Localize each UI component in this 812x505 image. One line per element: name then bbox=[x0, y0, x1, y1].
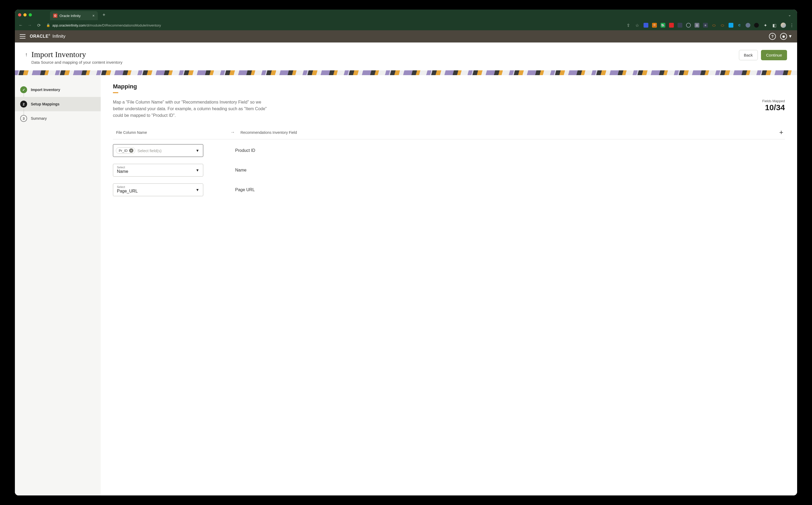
user-icon: ◉ bbox=[780, 33, 787, 40]
section-description: Map a "File Column Name" with our "Recom… bbox=[113, 99, 267, 119]
nav-back-icon[interactable]: ← bbox=[18, 23, 23, 28]
mapping-row: Pr_ID ✕ Select field(s) ▼ Product ID bbox=[113, 144, 785, 157]
nav-reload-icon[interactable]: ⟳ bbox=[36, 23, 41, 28]
extension-icon[interactable] bbox=[746, 23, 751, 28]
main-content: Mapping Map a "File Column Name" with ou… bbox=[101, 75, 797, 495]
page-body: ✓ Import Inventory 2 Setup Mappings 3 Su… bbox=[15, 75, 797, 495]
extension-icon[interactable]: 🐘 bbox=[661, 23, 665, 28]
target-field: Page URL bbox=[235, 187, 255, 192]
extension-icon[interactable]: 🍪 bbox=[652, 23, 657, 28]
select-label: Select bbox=[117, 166, 125, 169]
lock-icon: 🔒 bbox=[46, 23, 50, 27]
window-close[interactable] bbox=[18, 13, 21, 16]
extension-icon[interactable]: ⬭ bbox=[711, 23, 716, 28]
chip-label: Pr_ID bbox=[119, 149, 128, 153]
brand-product: Infinity bbox=[52, 34, 65, 39]
step-setup-mappings[interactable]: 2 Setup Mappings bbox=[15, 97, 101, 111]
tabs-overflow-button[interactable]: ⌄ bbox=[785, 11, 794, 19]
decorative-stripe bbox=[15, 70, 797, 75]
extension-icon[interactable] bbox=[728, 23, 733, 28]
step-number: 2 bbox=[20, 101, 27, 108]
step-number: 3 bbox=[20, 115, 27, 122]
step-label: Import Inventory bbox=[31, 88, 60, 92]
column-header-target: Recommendations Inventory Field bbox=[241, 130, 778, 135]
select-label: Select bbox=[117, 185, 125, 188]
selected-chip: Pr_ID ✕ bbox=[116, 147, 135, 154]
field-select[interactable]: Select Name ▼ bbox=[113, 164, 203, 177]
page-actions: Back Continue bbox=[739, 50, 787, 60]
browser-menu-icon[interactable]: ⋮ bbox=[790, 23, 794, 28]
extensions-icon[interactable]: ✦ bbox=[763, 23, 768, 28]
url-path: /di/module/DIRecommendationsModule/inven… bbox=[86, 23, 161, 27]
chevron-down-icon: ▼ bbox=[195, 168, 199, 172]
tab-title: Oracle Infinity bbox=[59, 14, 81, 18]
counter-value: 10/34 bbox=[762, 103, 785, 112]
chip-remove-icon[interactable]: ✕ bbox=[129, 148, 133, 153]
field-select[interactable]: Select Page_URL ▼ bbox=[113, 183, 203, 196]
extension-icon[interactable] bbox=[669, 23, 674, 28]
chevron-down-icon: ▼ bbox=[788, 34, 792, 39]
heading-accent bbox=[113, 92, 118, 93]
counter-label: Fields Mapped bbox=[762, 99, 785, 103]
step-label: Summary bbox=[31, 116, 47, 121]
nav-forward-icon[interactable]: → bbox=[27, 23, 32, 28]
step-summary[interactable]: 3 Summary bbox=[15, 111, 101, 126]
target-field: Name bbox=[235, 168, 247, 173]
wizard-sidebar: ✓ Import Inventory 2 Setup Mappings 3 Su… bbox=[15, 75, 101, 495]
step-label: Setup Mappings bbox=[31, 102, 59, 106]
user-menu[interactable]: ◉ ▼ bbox=[780, 33, 792, 40]
extension-icon[interactable] bbox=[686, 23, 691, 28]
window-controls bbox=[18, 13, 32, 16]
toolbar-right: ⇪ ☆ 🍪 🐘 ☰ ≡ ⬭ ⬭ C ✦ ◧ ⋮ bbox=[626, 23, 794, 28]
select-value: Page_URL bbox=[117, 189, 138, 194]
brand: ORACLE® Infinity bbox=[30, 34, 65, 39]
app-header: ORACLE® Infinity ? ◉ ▼ bbox=[15, 30, 797, 42]
page-title: Import Inventory bbox=[31, 50, 123, 59]
new-tab-button[interactable]: + bbox=[100, 12, 108, 18]
column-header-source: File Column Name bbox=[113, 130, 225, 135]
share-icon[interactable]: ⇪ bbox=[626, 23, 631, 28]
select-value: Name bbox=[117, 169, 128, 174]
back-button[interactable]: Back bbox=[739, 50, 758, 60]
browser-tabbar: O Oracle Infinity × + ⌄ bbox=[15, 10, 797, 20]
select-placeholder: Select field(s) bbox=[137, 148, 161, 153]
page-header: ↑ Import Inventory Data Source and mappi… bbox=[15, 42, 797, 70]
extension-icon[interactable]: ≡ bbox=[703, 23, 708, 28]
window-minimize[interactable] bbox=[23, 13, 27, 16]
page-back-icon[interactable]: ↑ bbox=[25, 51, 28, 58]
extension-icon[interactable] bbox=[754, 23, 759, 28]
column-headers: File Column Name → Recommendations Inven… bbox=[113, 128, 785, 139]
mapping-rows: Pr_ID ✕ Select field(s) ▼ Product ID Sel… bbox=[113, 144, 785, 196]
brand-oracle: ORACLE® bbox=[30, 34, 50, 39]
field-select-multi[interactable]: Pr_ID ✕ Select field(s) ▼ bbox=[113, 144, 203, 157]
browser-toolbar: ← → ⟳ 🔒 app.oracleinfinity.com/di/module… bbox=[15, 20, 797, 30]
menu-icon[interactable] bbox=[20, 34, 25, 38]
add-mapping-button[interactable]: + bbox=[778, 128, 785, 137]
mapping-row: Select Page_URL ▼ Page URL bbox=[113, 183, 785, 196]
extension-icon[interactable]: ⬭ bbox=[720, 23, 725, 28]
url-text: app.oracleinfinity.com/di/module/DIRecom… bbox=[52, 23, 161, 27]
url-host: app.oracleinfinity.com bbox=[52, 23, 86, 27]
step-import-inventory[interactable]: ✓ Import Inventory bbox=[15, 82, 101, 97]
window-maximize[interactable] bbox=[29, 13, 32, 16]
bookmark-icon[interactable]: ☆ bbox=[635, 23, 640, 28]
extension-icon[interactable]: C bbox=[737, 23, 742, 28]
page-subtitle: Data Source and mapping of your content … bbox=[31, 60, 123, 64]
browser-tab[interactable]: O Oracle Infinity × bbox=[50, 11, 98, 20]
chevron-down-icon: ▼ bbox=[195, 148, 199, 153]
tab-favicon: O bbox=[53, 14, 57, 18]
mapping-row: Select Name ▼ Name bbox=[113, 164, 785, 177]
extension-icon[interactable]: ☰ bbox=[695, 23, 699, 28]
profile-avatar[interactable] bbox=[781, 23, 786, 28]
page-titles: Import Inventory Data Source and mapping… bbox=[31, 50, 123, 64]
tab-close-icon[interactable]: × bbox=[93, 14, 95, 18]
extension-icon[interactable] bbox=[644, 23, 648, 28]
address-bar[interactable]: 🔒 app.oracleinfinity.com/di/module/DIRec… bbox=[45, 23, 161, 27]
help-icon[interactable]: ? bbox=[769, 33, 776, 40]
sidepanel-icon[interactable]: ◧ bbox=[772, 23, 777, 28]
arrow-right-icon: → bbox=[225, 130, 241, 135]
extension-icon[interactable] bbox=[678, 23, 682, 28]
continue-button[interactable]: Continue bbox=[761, 50, 787, 60]
fields-mapped-counter: Fields Mapped 10/34 bbox=[762, 99, 785, 112]
browser-window: O Oracle Infinity × + ⌄ ← → ⟳ 🔒 app.orac… bbox=[15, 10, 797, 495]
